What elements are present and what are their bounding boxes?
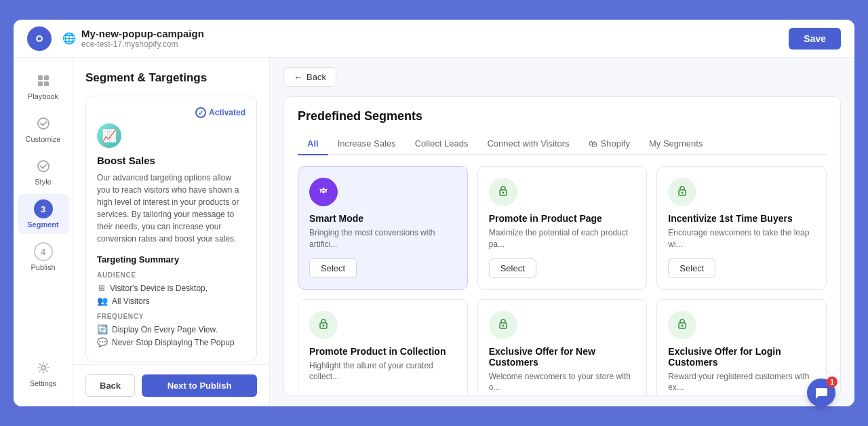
- login-customers-desc: Reward your registered customers with ex…: [668, 371, 815, 394]
- style-icon: [34, 157, 53, 176]
- next-publish-button[interactable]: Next to Publish: [142, 374, 257, 397]
- activated-check-icon: ✓: [195, 107, 206, 118]
- sidebar-item-publish[interactable]: 4 Publish: [18, 237, 69, 277]
- svg-point-14: [502, 192, 504, 194]
- promote-product-name: Promote in Product Page: [489, 213, 636, 224]
- new-customers-desc: Welcome newcomers to your store with o..…: [489, 371, 636, 394]
- activated-badge: ✓ Activated: [195, 107, 245, 118]
- promote-product-desc: Maximize the potential of each product p…: [489, 227, 636, 250]
- left-panel: Segment & Targetings ✓ Activated 📈 Boost…: [73, 58, 270, 364]
- campaign-name: My-new-popup-campaign: [81, 28, 204, 39]
- chat-badge: 1: [827, 376, 837, 387]
- app-logo: [27, 26, 52, 51]
- top-bar: 🌐 My-new-popup-campaign ece-test-17.mysh…: [14, 20, 854, 58]
- settings-icon: [34, 358, 53, 377]
- back-button[interactable]: Back: [85, 374, 135, 397]
- svg-point-20: [323, 324, 325, 326]
- tabs-row: All Increase Sales Collect Leads Connect…: [298, 133, 827, 155]
- save-button[interactable]: Save: [789, 28, 841, 50]
- tab-shopify[interactable]: 🛍 Shopify: [579, 133, 639, 155]
- promote-collection-name: Promote Product in Collection: [309, 346, 456, 357]
- promote-product-icon: [489, 178, 517, 206]
- svg-point-8: [38, 161, 49, 172]
- desktop-icon: 🖥: [97, 283, 106, 293]
- site-url: ece-test-17.myshopify.com: [81, 39, 204, 49]
- promote-collection-icon: [309, 311, 338, 339]
- svg-point-17: [682, 192, 684, 194]
- audience-label: AUDIENCE: [97, 271, 245, 279]
- segment-card-smart-mode: Smart Mode Bringing the most conversions…: [298, 166, 468, 290]
- login-customers-name: Exclusive Offer for Login Customers: [668, 346, 815, 368]
- svg-rect-4: [44, 75, 49, 80]
- svg-point-26: [682, 324, 684, 326]
- customize-label: Customize: [26, 135, 61, 143]
- customize-icon: [34, 114, 53, 133]
- tab-collect-leads[interactable]: Collect Leads: [406, 133, 478, 155]
- sidebar-item-settings[interactable]: Settings: [18, 353, 69, 393]
- tab-my-segments[interactable]: My Segments: [639, 133, 712, 155]
- content-back-button[interactable]: ← Back: [283, 67, 336, 87]
- incentivize-name: Incentivize 1st Time Buyers: [668, 213, 815, 224]
- segment-number: 3: [34, 199, 53, 218]
- sidebar-item-style[interactable]: Style: [18, 151, 69, 191]
- publish-label: Publish: [31, 263, 55, 271]
- chat-icon: [814, 385, 829, 400]
- segment-card-incentivize: Incentivize 1st Time Buyers Encourage ne…: [656, 166, 827, 290]
- sidebar: Playbook Customize Style: [14, 58, 73, 406]
- segments-header: Predefined Segments All Increase Sales C…: [284, 97, 840, 155]
- segment-card-promote-product: Promote in Product Page Maximize the pot…: [477, 166, 648, 290]
- svg-point-11: [322, 191, 325, 193]
- back-arrow-icon: ←: [294, 72, 302, 82]
- segment-card-login-customers: Exclusive Offer for Login Customers Rewa…: [656, 299, 827, 395]
- settings-label: Settings: [30, 379, 57, 387]
- boost-sales-card: ✓ Activated 📈 Boost Sales Our advanced t…: [85, 96, 257, 362]
- publish-number: 4: [34, 242, 53, 261]
- smart-mode-select-button[interactable]: Select: [309, 258, 357, 278]
- card-desc: Our advanced targeting options allow you…: [97, 172, 245, 245]
- smart-mode-desc: Bringing the most conversions with artif…: [309, 227, 456, 250]
- segment-card-promote-collection: Promote Product in Collection Highlight …: [298, 299, 468, 395]
- site-info: 🌐 My-new-popup-campaign ece-test-17.mysh…: [62, 28, 204, 49]
- svg-point-2: [38, 37, 41, 40]
- segments-title: Predefined Segments: [298, 109, 827, 123]
- globe-icon: 🌐: [62, 32, 76, 45]
- segment-label: Segment: [27, 220, 58, 229]
- incentivize-desc: Encourage newcomers to take the leap wi.…: [668, 227, 815, 250]
- promote-collection-desc: Highlight the allure of your curated col…: [309, 360, 456, 394]
- refresh-icon: 🔄: [97, 324, 108, 334]
- frequency-item-1: 💬 Never Stop Displaying The Popup: [97, 337, 245, 347]
- frequency-item-0: 🔄 Display On Every Page View.: [97, 324, 245, 334]
- chat-bubble[interactable]: 1: [807, 379, 835, 407]
- svg-point-9: [41, 366, 45, 370]
- style-label: Style: [35, 178, 51, 186]
- shopify-icon: 🛍: [589, 138, 597, 149]
- playbook-icon: [34, 71, 53, 90]
- visitors-icon: 👥: [97, 296, 108, 306]
- sidebar-item-customize[interactable]: Customize: [18, 109, 69, 149]
- tab-connect-visitors[interactable]: Connect with Visitors: [477, 133, 578, 155]
- tab-increase-sales[interactable]: Increase Sales: [328, 133, 406, 155]
- boost-sales-icon: 📈: [97, 123, 121, 148]
- panel-title: Segment & Targetings: [85, 71, 257, 85]
- right-content: ← Back Predefined Segments All Increase …: [270, 58, 854, 406]
- segments-grid: Smart Mode Bringing the most conversions…: [284, 155, 840, 395]
- svg-point-23: [502, 324, 504, 326]
- segments-area: Predefined Segments All Increase Sales C…: [283, 96, 841, 395]
- audience-item-1: 👥 All Visitors: [97, 296, 245, 306]
- sidebar-item-playbook[interactable]: Playbook: [18, 66, 69, 106]
- sidebar-item-segment[interactable]: 3 Segment: [18, 194, 69, 234]
- svg-rect-3: [38, 75, 43, 80]
- tab-all[interactable]: All: [298, 133, 328, 155]
- playbook-label: Playbook: [28, 92, 58, 100]
- incentivize-select-button[interactable]: Select: [668, 258, 715, 278]
- new-customers-icon: [489, 311, 517, 339]
- stop-icon: 💬: [97, 337, 108, 347]
- card-heading: Boost Sales: [97, 155, 245, 166]
- promote-product-select-button[interactable]: Select: [489, 258, 536, 278]
- smart-mode-name: Smart Mode: [309, 213, 456, 224]
- back-bar: ← Back: [270, 58, 854, 96]
- smart-mode-icon: [309, 178, 338, 206]
- login-customers-icon: [668, 311, 696, 339]
- left-panel-wrapper: Segment & Targetings ✓ Activated 📈 Boost…: [73, 58, 270, 406]
- svg-rect-5: [38, 81, 43, 86]
